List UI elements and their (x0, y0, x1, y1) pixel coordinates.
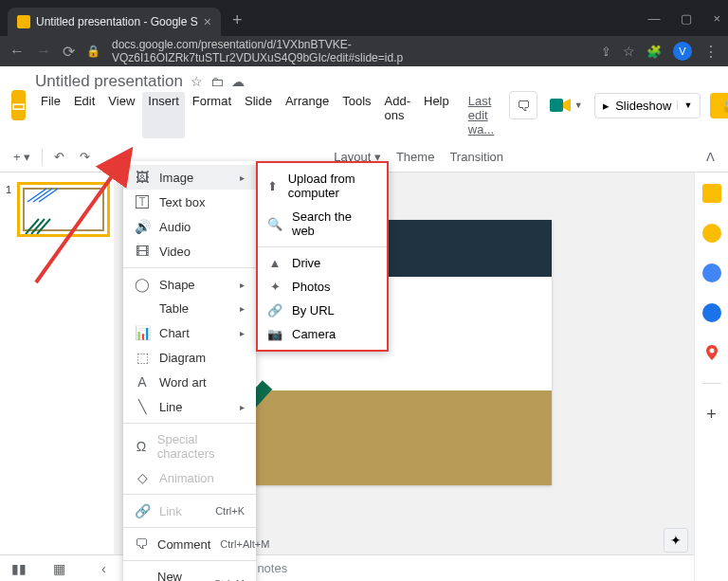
menu-slide[interactable]: Slide (239, 92, 278, 138)
insert-special-chars: ΩSpecial characters (123, 427, 256, 465)
maximize-button[interactable]: ▢ (681, 11, 692, 26)
audio-icon: 🔊 (135, 219, 150, 234)
image-by-url[interactable]: 🔗By URL (258, 299, 387, 322)
slide-thumbnail-1[interactable]: 1 (8, 182, 106, 237)
menu-file[interactable]: File (35, 92, 66, 138)
share-page-icon[interactable]: ⇪ (601, 45, 611, 59)
theme-button[interactable]: Theme (392, 148, 438, 166)
close-window-button[interactable]: × (713, 11, 720, 26)
comment-icon: 🗨 (135, 536, 148, 552)
insert-new-slide[interactable]: New slideCtrl+M (123, 565, 256, 581)
menu-help[interactable]: Help (418, 92, 455, 138)
insert-video[interactable]: 🎞Video (123, 239, 256, 263)
last-edit-link[interactable]: Last edit wa... (463, 92, 500, 138)
filmstrip-view-icon[interactable]: ▮▮ (11, 561, 27, 576)
svg-point-13 (709, 349, 714, 354)
insert-comment[interactable]: 🗨CommentCtrl+Alt+M (123, 532, 256, 556)
camera-icon: 📷 (267, 327, 282, 341)
share-button[interactable]: 🔒 Share (710, 93, 728, 118)
shape-icon: ◯ (135, 277, 150, 292)
insert-image[interactable]: 🖼Image▸ (123, 165, 256, 190)
explore-button[interactable]: ✦ (664, 528, 688, 553)
bookmark-icon[interactable]: ☆ (623, 44, 635, 59)
comments-button[interactable]: 🗨 (509, 91, 537, 119)
menu-view[interactable]: View (102, 92, 140, 138)
upload-icon: ⬆ (267, 179, 279, 193)
url-field[interactable]: docs.google.com/presentation/d/1VXbnBTVK… (112, 38, 590, 64)
lock-icon[interactable]: 🔒 (86, 45, 100, 58)
image-upload[interactable]: ⬆Upload from computer (258, 167, 387, 205)
grid-view-icon[interactable]: ▦ (53, 561, 65, 576)
extensions-icon[interactable]: 🧩 (646, 45, 662, 59)
slides-logo[interactable]: ▭ (11, 90, 26, 120)
collapse-toolbar-button[interactable]: ᐱ (702, 148, 719, 166)
insert-wordart[interactable]: AWord art (123, 370, 256, 394)
maps-icon[interactable] (702, 343, 721, 362)
insert-table[interactable]: Table▸ (123, 297, 256, 320)
animation-icon: ◇ (135, 470, 150, 485)
contacts-icon[interactable] (702, 303, 721, 322)
image-camera[interactable]: 📷Camera (258, 322, 387, 346)
forward-button[interactable]: → (36, 43, 51, 60)
side-panel: + (694, 172, 728, 581)
play-icon: ▸ (603, 99, 610, 113)
star-icon[interactable]: ☆ (191, 74, 203, 89)
link-icon: 🔗 (135, 503, 150, 518)
link-icon: 🔗 (267, 303, 282, 318)
tasks-icon[interactable] (702, 263, 721, 282)
search-icon: 🔍 (267, 217, 282, 231)
menu-addons[interactable]: Add-ons (379, 92, 416, 138)
photos-icon: ✦ (267, 280, 282, 294)
cloud-status-icon[interactable]: ☁ (231, 74, 245, 89)
insert-diagram[interactable]: ⬚Diagram (123, 345, 256, 370)
reload-button[interactable]: ⟳ (63, 43, 75, 61)
menu-insert[interactable]: Insert (142, 92, 185, 138)
chrome-menu-icon[interactable]: ⋮ (703, 43, 719, 61)
image-photos[interactable]: ✦Photos (258, 275, 387, 299)
close-tab-icon[interactable]: × (204, 14, 211, 29)
diagram-icon: ⬚ (135, 350, 150, 365)
new-slide-button[interactable]: + ▾ (9, 148, 34, 166)
line-icon: ╲ (135, 399, 150, 414)
new-tab-button[interactable]: + (232, 10, 243, 30)
svg-rect-0 (550, 99, 563, 112)
transition-button[interactable]: Transition (446, 148, 507, 166)
drive-icon: ▲ (267, 256, 282, 270)
speaker-notes[interactable]: ▮▮ ▦ ‹ Click to add speaker notes (0, 554, 694, 581)
profile-avatar[interactable]: V (673, 42, 692, 61)
add-addon-button[interactable]: + (706, 405, 717, 425)
keep-icon[interactable] (702, 224, 721, 243)
insert-animation: ◇Animation (123, 465, 256, 490)
slides-favicon (17, 15, 30, 28)
minimize-button[interactable]: — (647, 11, 660, 26)
insert-link: 🔗LinkCtrl+K (123, 499, 256, 523)
back-button[interactable]: ← (9, 43, 25, 60)
insert-dropdown: 🖼Image▸ 🅃Text box 🔊Audio 🎞Video ◯Shape▸ … (123, 161, 256, 581)
scroll-left-icon[interactable]: ‹ (101, 561, 106, 576)
slideshow-button[interactable]: ▸ Slideshow ▼ (594, 93, 701, 118)
calendar-icon[interactable] (702, 184, 721, 203)
move-icon[interactable]: 🗀 (210, 74, 224, 89)
meet-button[interactable]: ▼ (547, 91, 585, 119)
image-search-web[interactable]: 🔍Search the web (258, 205, 387, 243)
insert-line[interactable]: ╲Line▸ (123, 394, 256, 419)
image-icon: 🖼 (135, 170, 150, 185)
insert-audio[interactable]: 🔊Audio (123, 214, 256, 239)
menu-arrange[interactable]: Arrange (280, 92, 335, 138)
menu-tools[interactable]: Tools (337, 92, 376, 138)
omega-icon: Ω (135, 439, 148, 454)
doc-title[interactable]: Untitled presentation (35, 72, 183, 91)
menu-edit[interactable]: Edit (68, 92, 100, 138)
image-drive[interactable]: ▲Drive (258, 251, 387, 275)
wordart-icon: A (135, 374, 150, 390)
menu-format[interactable]: Format (187, 92, 237, 138)
insert-shape[interactable]: ◯Shape▸ (123, 272, 256, 297)
browser-tab[interactable]: Untitled presentation - Google S × (8, 8, 221, 36)
undo-button[interactable]: ↶ (50, 148, 68, 166)
chart-icon: 📊 (135, 325, 150, 340)
insert-chart[interactable]: 📊Chart▸ (123, 320, 256, 345)
lock-icon: 🔒 (721, 99, 728, 113)
insert-textbox[interactable]: 🅃Text box (123, 190, 256, 214)
slide-thumbnail-panel: 1 (0, 172, 114, 581)
redo-button[interactable]: ↷ (76, 148, 94, 166)
